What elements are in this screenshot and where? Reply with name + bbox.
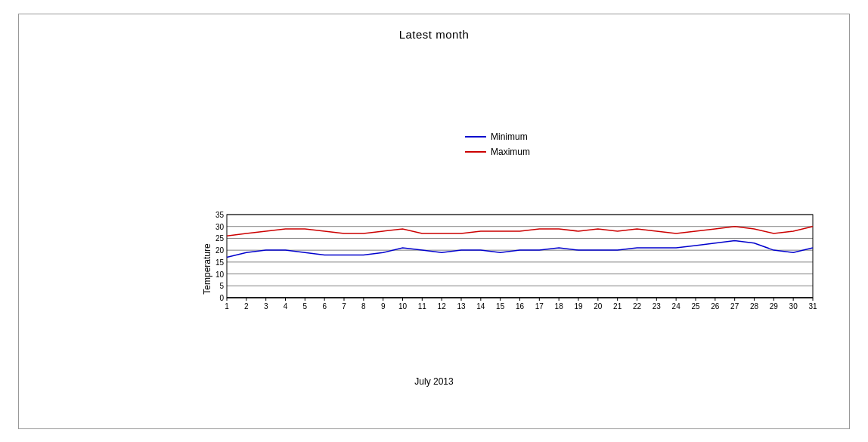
svg-text:10: 10 [398, 302, 408, 311]
svg-text:14: 14 [476, 302, 485, 311]
svg-text:10: 10 [215, 270, 225, 278]
svg-text:28: 28 [750, 302, 759, 311]
svg-text:27: 27 [730, 302, 739, 311]
svg-text:5: 5 [303, 302, 308, 311]
legend-line-maximum [465, 151, 486, 153]
legend-label-minimum: Minimum [491, 131, 528, 142]
svg-text:24: 24 [672, 302, 681, 311]
svg-text:2: 2 [244, 302, 249, 311]
svg-text:8: 8 [361, 302, 366, 311]
svg-text:21: 21 [613, 302, 622, 311]
svg-text:4: 4 [284, 302, 288, 311]
chart-container: Latest month Minimum Maximum Temperature… [18, 14, 850, 429]
legend-item-maximum: Maximum [465, 147, 530, 157]
svg-text:25: 25 [215, 234, 225, 243]
x-axis-label: July 2013 [19, 376, 849, 387]
svg-text:30: 30 [215, 222, 225, 230]
svg-text:22: 22 [633, 302, 642, 311]
svg-text:0: 0 [219, 294, 224, 302]
svg-text:7: 7 [342, 302, 346, 311]
svg-text:18: 18 [555, 302, 564, 311]
svg-rect-78 [227, 215, 813, 298]
svg-text:11: 11 [418, 302, 427, 311]
svg-text:29: 29 [770, 302, 779, 311]
svg-text:20: 20 [215, 246, 225, 255]
svg-text:15: 15 [496, 302, 505, 311]
svg-text:19: 19 [574, 302, 583, 311]
svg-text:15: 15 [215, 258, 225, 266]
svg-text:25: 25 [691, 302, 700, 311]
svg-text:31: 31 [808, 302, 817, 311]
chart-title: Latest month [19, 28, 849, 41]
svg-text:23: 23 [653, 302, 662, 311]
svg-text:1: 1 [225, 302, 229, 311]
svg-text:6: 6 [322, 302, 327, 311]
svg-text:30: 30 [789, 302, 798, 311]
legend-line-minimum [465, 136, 486, 138]
legend-label-maximum: Maximum [491, 147, 530, 157]
svg-text:13: 13 [457, 302, 466, 311]
svg-text:17: 17 [535, 302, 544, 311]
svg-text:35: 35 [215, 211, 225, 219]
chart-svg: 0510152025303512345678910111213141516171… [200, 211, 820, 320]
legend: Minimum Maximum [465, 131, 530, 162]
legend-item-minimum: Minimum [465, 131, 530, 142]
svg-text:12: 12 [438, 302, 447, 311]
svg-text:9: 9 [381, 302, 386, 311]
svg-text:26: 26 [711, 302, 720, 311]
svg-text:5: 5 [219, 282, 224, 290]
svg-text:16: 16 [516, 302, 525, 311]
svg-text:20: 20 [594, 302, 603, 311]
svg-text:3: 3 [264, 302, 268, 311]
